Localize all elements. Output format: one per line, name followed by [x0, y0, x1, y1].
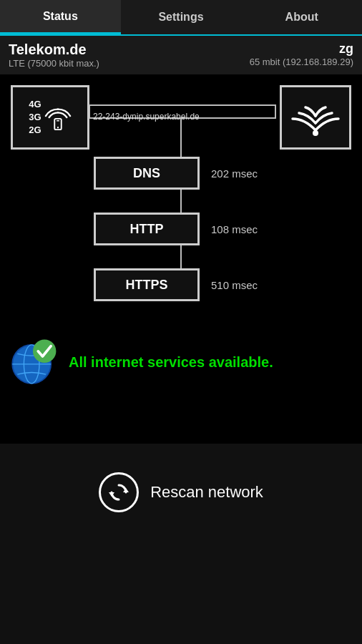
http-box: HTTP — [94, 213, 200, 245]
dns-ms: 202 msec — [211, 167, 268, 180]
mobile-signal-box: 4G 3G 2G — [11, 85, 89, 150]
speed-ip: 65 mbit (192.168.189.29) — [250, 57, 353, 67]
http-row: HTTP 108 msec — [94, 213, 268, 245]
status-header: Telekom.de LTE (75000 kbit max.) zg 65 m… — [0, 36, 362, 74]
lte-info: LTE (75000 kbit max.) — [9, 58, 99, 69]
rescan-label: Rescan network — [150, 483, 263, 502]
tab-about[interactable]: About — [241, 0, 362, 34]
globe-check-icon — [7, 337, 59, 389]
wifi-box — [280, 85, 351, 150]
svg-point-7 — [313, 130, 318, 136]
wifi-icon — [287, 89, 344, 146]
dns-row: DNS 202 msec — [94, 157, 268, 190]
3g-label: 3G — [29, 111, 41, 124]
svg-point-11 — [33, 339, 56, 362]
svg-point-6 — [57, 127, 59, 128]
rescan-icon — [107, 481, 130, 504]
tab-bar: Status Settings About — [0, 0, 362, 36]
internet-ok-section: All internet services available. — [7, 321, 355, 404]
rescan-button[interactable]: Rescan network — [99, 472, 263, 512]
https-ms: 510 msec — [211, 279, 268, 291]
zg-label: zg — [250, 42, 353, 57]
4g-label: 4G — [29, 98, 41, 111]
hostname-label: 22-243-dynip.superkabel.de — [93, 112, 200, 122]
https-box: HTTPS — [94, 268, 200, 301]
2g-label: 2G — [29, 124, 41, 137]
connection-info: zg 65 mbit (192.168.189.29) — [250, 42, 353, 67]
rescan-bar: Rescan network — [0, 444, 362, 644]
diagram-area: 4G 3G 2G 22-243-dynip.superkabel.de — [0, 74, 362, 404]
tab-settings[interactable]: Settings — [121, 0, 242, 34]
tab-status[interactable]: Status — [0, 0, 121, 34]
carrier-name: Telekom.de — [9, 42, 99, 58]
internet-ok-text: All internet services available. — [69, 354, 273, 371]
rescan-icon-circle — [99, 472, 139, 512]
signal-labels: 4G 3G 2G — [29, 98, 41, 137]
cell-signal-icon — [44, 104, 72, 131]
dns-box: DNS — [94, 157, 200, 190]
signal-inner: 4G 3G 2G — [29, 98, 71, 137]
http-ms: 108 msec — [211, 223, 268, 235]
https-row: HTTPS 510 msec — [94, 268, 268, 301]
carrier-info: Telekom.de LTE (75000 kbit max.) — [9, 42, 99, 69]
